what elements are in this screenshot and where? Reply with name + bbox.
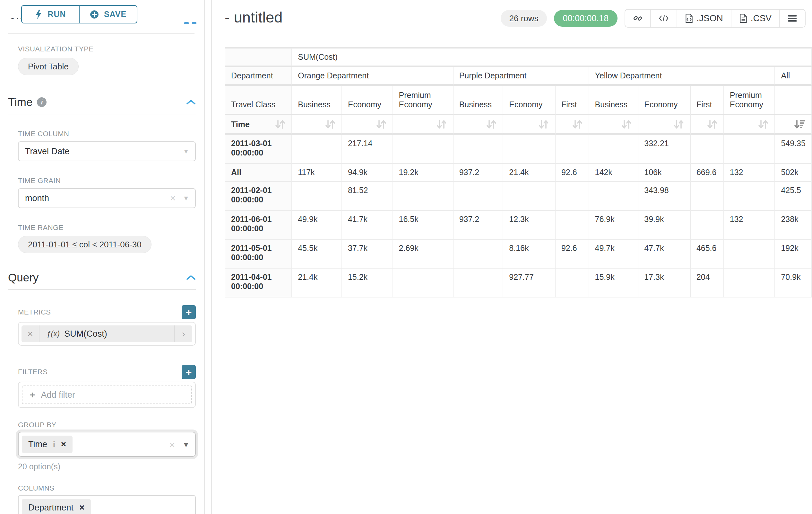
view-query-button[interactable] <box>651 10 677 27</box>
metric-chip-label: SUM(Cost) <box>64 329 107 339</box>
value-cell <box>393 135 454 164</box>
remove-chip-icon[interactable]: × <box>79 503 84 513</box>
dimension-chip[interactable]: Department× <box>22 499 91 514</box>
export-json-label: .JSON <box>696 13 723 23</box>
travel-class-header: Economy <box>503 86 556 115</box>
run-button-label: RUN <box>48 10 66 19</box>
export-csv-button[interactable]: .CSV <box>731 10 780 27</box>
sort-icon[interactable] <box>275 119 286 130</box>
clipped-icon-fragment <box>192 22 196 24</box>
add-metric-button[interactable]: + <box>182 305 196 319</box>
value-cell <box>724 269 775 297</box>
travel-class-header: Premium Economy <box>724 86 775 115</box>
clear-icon[interactable]: × <box>170 193 176 203</box>
sort-icon[interactable] <box>621 119 632 130</box>
value-cell <box>691 135 724 164</box>
department-group-header: All <box>775 67 812 86</box>
query-timer-badge: 00:00:00.18 <box>554 10 618 27</box>
run-button[interactable]: RUN <box>21 5 80 23</box>
value-cell <box>454 135 503 164</box>
clear-icon[interactable]: × <box>170 440 175 450</box>
chevron-down-icon[interactable]: ▼ <box>183 147 190 155</box>
row-label: 2011-05-01 00:00:00 <box>225 240 292 269</box>
chart-title[interactable]: - untitled <box>225 8 283 26</box>
section-divider <box>8 114 196 114</box>
value-cell: 15.9k <box>589 269 639 297</box>
export-json-button[interactable]: .JSON <box>677 10 731 27</box>
value-cell <box>589 135 639 164</box>
dimension-chip-label: Department <box>28 503 74 513</box>
sort-icon[interactable] <box>572 119 583 130</box>
sort-icon[interactable] <box>325 119 336 130</box>
value-cell: 15.2k <box>342 269 393 297</box>
dimension-chip[interactable]: Timei× <box>22 436 72 453</box>
info-icon[interactable]: i <box>53 440 55 449</box>
share-link-button[interactable] <box>625 10 651 27</box>
sort-icon[interactable] <box>436 119 447 130</box>
sort-icon[interactable] <box>758 119 769 130</box>
sort-icon[interactable] <box>707 119 718 130</box>
lightning-icon <box>35 10 42 19</box>
sort-cell <box>459 119 497 130</box>
value-cell <box>292 182 342 211</box>
value-cell: 92.6 <box>556 240 589 269</box>
time-range-label: TIME RANGE <box>18 224 196 232</box>
csv-file-icon <box>739 13 748 23</box>
time-grain-select[interactable]: month × ▼ <box>18 188 196 208</box>
columns-select[interactable]: Department×Travel Class× × ▼ <box>18 495 196 514</box>
sort-icon[interactable] <box>538 119 549 130</box>
remove-metric-icon[interactable]: × <box>22 325 39 342</box>
remove-chip-icon[interactable]: × <box>61 439 66 450</box>
sort-icon[interactable] <box>673 119 684 130</box>
sort-icon[interactable] <box>486 119 497 130</box>
add-filter-button[interactable]: + Add filter <box>22 385 192 404</box>
travel-class-header: Premium Economy <box>393 86 454 115</box>
time-column-select[interactable]: Travel Date ▼ <box>18 141 196 161</box>
columns-label: COLUMNS <box>18 484 196 492</box>
row-label: 2011-02-01 00:00:00 <box>225 182 292 211</box>
plus-circle-icon <box>90 10 99 19</box>
sort-cell <box>595 119 632 130</box>
value-cell: 16.5k <box>393 211 454 240</box>
sort-cell <box>730 119 769 130</box>
value-cell: 94.9k <box>342 164 393 182</box>
metric-header-cell: SUM(Cost) <box>292 47 812 67</box>
row-label: 2011-04-01 00:00:00 <box>225 269 292 297</box>
add-filter-label: Add filter <box>41 390 76 400</box>
query-section-title: Query <box>8 271 38 284</box>
travel-class-header: Economy <box>342 86 393 115</box>
value-cell: 12.3k <box>503 211 556 240</box>
value-cell: 332.21 <box>638 135 691 164</box>
chevron-down-icon[interactable]: ▼ <box>183 194 190 202</box>
more-options-button[interactable] <box>780 10 805 27</box>
add-filter-plus-button[interactable]: + <box>182 365 196 379</box>
sort-cell <box>348 119 387 130</box>
chevron-down-icon[interactable]: ▼ <box>183 441 190 449</box>
collapse-chevron-icon[interactable] <box>186 99 196 105</box>
value-cell: 92.6 <box>556 164 589 182</box>
value-cell <box>691 211 724 240</box>
panel-divider[interactable] <box>204 0 212 514</box>
time-range-pill[interactable]: 2011-01-01 ≤ col < 2011-06-30 <box>18 236 151 253</box>
table-row: 2011-02-01 00:00:0081.52343.98425.5 <box>225 182 812 211</box>
json-file-icon <box>685 13 693 23</box>
travel-class-header: Economy <box>638 86 691 115</box>
value-cell: 465.6 <box>691 240 724 269</box>
sort-descending-icon[interactable] <box>794 119 806 130</box>
sort-cell <box>298 119 336 130</box>
metric-chip[interactable]: × ƒ(x) SUM(Cost) › <box>22 325 192 342</box>
save-button[interactable]: SAVE <box>79 5 137 23</box>
collapse-chevron-icon[interactable] <box>186 275 196 280</box>
chevron-right-icon[interactable]: › <box>174 325 192 342</box>
sort-header-row: Time <box>225 115 812 135</box>
visualization-type-pill[interactable]: Pivot Table <box>18 58 79 75</box>
sort-cell <box>781 119 806 130</box>
sort-icon[interactable] <box>376 119 387 130</box>
save-button-label: SAVE <box>104 10 126 19</box>
info-icon[interactable]: i <box>37 97 47 107</box>
value-cell <box>589 182 639 211</box>
group-by-select[interactable]: Timei× × ▼ <box>18 432 196 457</box>
department-group-header: Yellow Department <box>589 67 775 86</box>
department-axis-label: Department <box>225 67 292 86</box>
time-grain-value: month <box>25 193 49 204</box>
